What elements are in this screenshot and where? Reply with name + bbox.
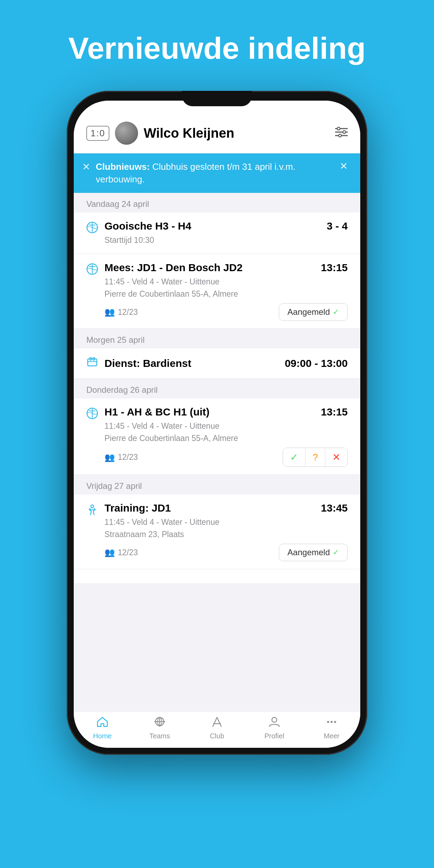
participants-icon-mees: 👥 bbox=[104, 307, 115, 317]
teams-icon bbox=[154, 716, 166, 730]
participants-count-h1: 12/23 bbox=[118, 453, 138, 462]
participants-count-mees: 12/23 bbox=[118, 308, 138, 317]
svg-line-22 bbox=[213, 717, 217, 726]
service-card-bardienst: Dienst: Bardienst 09:00 - 13:00 bbox=[74, 348, 360, 379]
svg-point-5 bbox=[339, 134, 341, 137]
filter-icon[interactable] bbox=[335, 126, 348, 140]
match-subtitle-gooische: Starttijd 10:30 bbox=[104, 234, 348, 246]
scoreboard-icon[interactable]: 1:0 bbox=[86, 126, 109, 141]
match-content-gooische: Gooische H3 - H4 3 - 4 Starttijd 10:30 bbox=[104, 220, 348, 246]
nav-meer-label: Meer bbox=[324, 732, 340, 740]
match-title-gooische: Gooische H3 - H4 bbox=[104, 220, 191, 232]
match-title-mees: Mees: JD1 - Den Bosch JD2 bbox=[104, 262, 243, 274]
service-time-bardienst: 09:00 - 13:00 bbox=[285, 357, 348, 369]
svg-point-25 bbox=[272, 717, 277, 722]
nav-profiel[interactable]: Profiel bbox=[246, 711, 303, 742]
news-dismiss-icon[interactable]: ✕ bbox=[340, 160, 348, 172]
rsvp-cross-icon: ✕ bbox=[332, 451, 340, 463]
user-name: Wilco Kleijnen bbox=[144, 126, 330, 141]
match-content-training: Training: JD1 13:45 11:45 - Veld 4 - Wat… bbox=[104, 502, 348, 561]
profiel-icon bbox=[268, 716, 280, 730]
bottom-padding bbox=[74, 569, 360, 583]
svg-point-26 bbox=[327, 721, 329, 723]
participants-icon-training: 👥 bbox=[104, 548, 115, 557]
match-detail-mees-1: 11:45 - Veld 4 - Water - Uittenue bbox=[104, 276, 348, 288]
rsvp-check-icon: ✓ bbox=[290, 451, 298, 463]
aangemeld-button-training[interactable]: Aangemeld ✓ bbox=[279, 544, 348, 561]
day-header-thursday: Donderdag 26 april bbox=[74, 379, 360, 398]
rsvp-yes-button[interactable]: ✓ bbox=[283, 448, 305, 466]
match-icon-1 bbox=[86, 222, 98, 236]
svg-point-4 bbox=[343, 131, 346, 133]
match-card-h1: H1 - AH & BC H1 (uit) 13:15 11:45 - Veld… bbox=[74, 398, 360, 475]
news-banner: ✕ Clubnieuws: Clubhuis gesloten t/m 31 a… bbox=[74, 153, 360, 193]
nav-home-label: Home bbox=[93, 732, 111, 740]
match-card-mees: Mees: JD1 - Den Bosch JD2 13:15 11:45 - … bbox=[74, 254, 360, 329]
svg-point-27 bbox=[331, 721, 333, 723]
avatar-image bbox=[115, 122, 138, 145]
participants-icon-h1: 👥 bbox=[104, 453, 115, 462]
nav-meer[interactable]: Meer bbox=[303, 711, 360, 742]
aangemeld-button-mees[interactable]: Aangemeld ✓ bbox=[279, 303, 348, 321]
scroll-area[interactable]: Vandaag 24 april bbox=[74, 193, 360, 711]
participants-count-training: 12/23 bbox=[118, 548, 138, 557]
match-content-h1: H1 - AH & BC H1 (uit) 13:15 11:45 - Veld… bbox=[104, 406, 348, 467]
meer-icon bbox=[326, 716, 338, 730]
nav-club-label: Club bbox=[210, 732, 224, 740]
phone-frame: 1:0 Wilco Kleijnen bbox=[67, 91, 367, 755]
svg-line-23 bbox=[217, 717, 221, 726]
match-card-training: Training: JD1 13:45 11:45 - Veld 4 - Wat… bbox=[74, 494, 360, 569]
nav-profiel-label: Profiel bbox=[265, 732, 284, 740]
svg-point-19 bbox=[91, 505, 94, 508]
day-header-friday: Vrijdag 27 april bbox=[74, 475, 360, 494]
match-participants-h1: 👥 12/23 bbox=[104, 453, 138, 462]
svg-rect-12 bbox=[88, 359, 97, 366]
club-icon bbox=[211, 716, 223, 730]
svg-point-28 bbox=[334, 721, 336, 723]
nav-teams-label: Teams bbox=[150, 732, 170, 740]
check-icon-training: ✓ bbox=[333, 548, 339, 557]
aangemeld-label-training: Aangemeld bbox=[288, 548, 330, 557]
news-close-x-icon: ✕ bbox=[82, 161, 90, 173]
match-participants-mees: 👥 12/23 bbox=[104, 307, 138, 317]
service-content-bardienst: Dienst: Bardienst 09:00 - 13:00 bbox=[104, 357, 348, 369]
check-icon-mees: ✓ bbox=[333, 308, 339, 317]
nav-teams[interactable]: Teams bbox=[131, 711, 188, 742]
match-score-gooische: 3 - 4 bbox=[327, 220, 348, 232]
news-title: Clubnieuws: bbox=[96, 161, 150, 172]
news-text: Clubnieuws: Clubhuis gesloten t/m 31 apr… bbox=[96, 160, 334, 186]
rsvp-maybe-button[interactable]: ? bbox=[305, 448, 325, 466]
service-icon-bardienst bbox=[86, 356, 98, 371]
nav-club[interactable]: Club bbox=[188, 711, 246, 742]
match-time-mees: 13:15 bbox=[321, 262, 348, 274]
app-header: 1:0 Wilco Kleijnen bbox=[74, 101, 360, 153]
match-card-gooische: Gooische H3 - H4 3 - 4 Starttijd 10:30 bbox=[74, 212, 360, 254]
page-background: Vernieuwde indeling 1:0 Wilco Kleijnen bbox=[0, 0, 434, 868]
match-title-training: Training: JD1 bbox=[104, 502, 171, 514]
rsvp-buttons-h1: ✓ ? ✕ bbox=[283, 448, 348, 467]
aangemeld-label-mees: Aangemeld bbox=[288, 307, 330, 317]
match-detail-h1-1: 11:45 - Veld 4 - Water - Uittenue bbox=[104, 420, 348, 432]
match-time-h1: 13:15 bbox=[321, 406, 348, 418]
rsvp-question-icon: ? bbox=[312, 452, 318, 463]
page-title: Vernieuwde indeling bbox=[0, 0, 434, 86]
phone-screen: 1:0 Wilco Kleijnen bbox=[74, 101, 360, 748]
match-detail-training-1: 11:45 - Veld 4 - Water - Uittenue bbox=[104, 516, 348, 528]
avatar[interactable] bbox=[115, 122, 138, 145]
notch bbox=[182, 91, 252, 106]
nav-home[interactable]: Home bbox=[74, 711, 131, 742]
match-detail-mees-2: Pierre de Coubertinlaan 55-A, Almere bbox=[104, 288, 348, 300]
match-icon-3 bbox=[86, 407, 98, 422]
match-detail-training-2: Straatnaam 23, Plaats bbox=[104, 528, 348, 541]
match-footer-training: 👥 12/23 Aangemeld ✓ bbox=[104, 544, 348, 561]
match-participants-training: 👥 12/23 bbox=[104, 548, 138, 557]
bottom-nav: Home Teams bbox=[74, 711, 360, 748]
day-header-tomorrow: Morgen 25 april bbox=[74, 329, 360, 348]
match-footer-mees: 👥 12/23 Aangemeld ✓ bbox=[104, 303, 348, 321]
match-detail-h1-2: Pierre de Coubertinlaan 55-A, Almere bbox=[104, 432, 348, 444]
rsvp-no-button[interactable]: ✕ bbox=[325, 448, 347, 466]
home-icon bbox=[96, 716, 108, 730]
match-content-mees: Mees: JD1 - Den Bosch JD2 13:15 11:45 - … bbox=[104, 262, 348, 321]
match-title-h1: H1 - AH & BC H1 (uit) bbox=[104, 406, 210, 418]
match-icon-2 bbox=[86, 263, 98, 278]
